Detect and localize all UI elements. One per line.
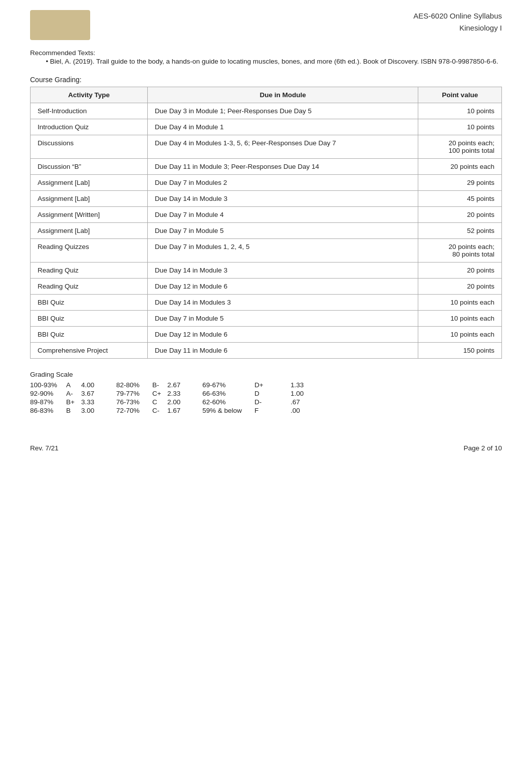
scale-pct: 76-73% [116, 398, 148, 406]
scale-pct: 69-67% [202, 381, 234, 389]
point-value-cell: 10 points [418, 119, 502, 135]
scale-grade: B- [152, 381, 163, 389]
due-module-cell: Due Day 12 in Module 6 [148, 327, 418, 343]
due-module-cell: Due Day 14 in Module 3 [148, 191, 418, 207]
due-module-cell: Due Day 7 in Module 5 [148, 311, 418, 327]
scale-grade: A- [66, 390, 77, 397]
scale-pct: 86-83% [30, 407, 62, 414]
table-row: Reading QuizDue Day 12 in Module 620 poi… [31, 279, 502, 295]
scale-row: 76-73%C2.00 [116, 398, 182, 406]
col-activity-type: Activity Type [31, 87, 148, 103]
scale-col-4: D+1.33D1.00D-.67F.00 [254, 381, 302, 414]
scale-pct: F [254, 407, 287, 414]
scale-row: 72-70%C-1.67 [116, 407, 182, 414]
grading-table: Activity Type Due in Module Point value … [30, 87, 502, 359]
activity-type-cell: Discussions [31, 135, 148, 159]
footer-rev: Rev. 7/21 [30, 444, 59, 452]
scale-row: D1.00 [254, 390, 302, 397]
scale-pct: D [254, 390, 287, 397]
recommended-texts-label: Recommended Texts: [30, 49, 502, 57]
scale-pct: 92-90% [30, 390, 62, 397]
scale-row: 62-60% [202, 398, 234, 406]
table-row: Comprehensive ProjectDue Day 11 in Modul… [31, 343, 502, 359]
point-value-cell: 20 points each; 80 points total [418, 239, 502, 263]
scale-gpa: 4.00 [81, 381, 96, 389]
point-value-cell: 20 points each [418, 159, 502, 175]
table-row: Reading QuizzesDue Day 7 in Modules 1, 2… [31, 239, 502, 263]
activity-type-cell: Reading Quiz [31, 279, 148, 295]
scale-gpa: 3.00 [81, 407, 96, 414]
due-module-cell: Due Day 3 in Module 1; Peer-Responses Du… [148, 103, 418, 119]
scale-pct: D+ [254, 381, 287, 389]
scale-pct: 72-70% [116, 407, 148, 414]
point-value-cell: 20 points [418, 279, 502, 295]
activity-type-cell: Discussion “B” [31, 159, 148, 175]
point-value-cell: 29 points [418, 175, 502, 191]
scale-grade: A [66, 381, 77, 389]
activity-type-cell: Assignment [Lab] [31, 223, 148, 239]
scale-pct: 66-63% [202, 390, 234, 397]
table-row: Introduction QuizDue Day 4 in Module 110… [31, 119, 502, 135]
scale-row: 66-63% [202, 390, 234, 397]
table-row: Self-IntroductionDue Day 3 in Module 1; … [31, 103, 502, 119]
scale-grade: B+ [66, 398, 77, 406]
activity-type-cell: Assignment [Lab] [31, 191, 148, 207]
logo [30, 10, 90, 40]
point-value-cell: 10 points [418, 103, 502, 119]
table-row: Assignment [Written]Due Day 7 in Module … [31, 207, 502, 223]
scale-row: 89-87%B+3.33 [30, 398, 96, 406]
footer-page: Page 2 of 10 [463, 444, 502, 452]
course-title-line1: AES-6020 Online Syllabus [413, 10, 502, 22]
scale-pct: 79-77% [116, 390, 148, 397]
scale-row: F.00 [254, 407, 302, 414]
activity-type-cell: Comprehensive Project [31, 343, 148, 359]
scale-gpa-val: .67 [291, 398, 302, 406]
scale-gpa: 2.67 [167, 381, 182, 389]
point-value-cell: 52 points [418, 223, 502, 239]
due-module-cell: Due Day 11 in Module 3; Peer-Responses D… [148, 159, 418, 175]
scale-row: 59% & below [202, 407, 234, 414]
scale-gpa: 1.67 [167, 407, 182, 414]
table-row: Assignment [Lab]Due Day 7 in Modules 229… [31, 175, 502, 191]
point-value-cell: 150 points [418, 343, 502, 359]
point-value-cell: 20 points [418, 263, 502, 279]
scale-gpa-val: 1.00 [291, 390, 302, 397]
scale-gpa-val: .00 [291, 407, 302, 414]
activity-type-cell: Introduction Quiz [31, 119, 148, 135]
activity-type-cell: BBI Quiz [31, 311, 148, 327]
scale-row: 100-93%A4.00 [30, 381, 96, 389]
point-value-cell: 20 points [418, 207, 502, 223]
table-row: DiscussionsDue Day 4 in Modules 1-3, 5, … [31, 135, 502, 159]
scale-grade: C+ [152, 390, 163, 397]
scale-grade: C- [152, 407, 163, 414]
scale-row: 86-83%B3.00 [30, 407, 96, 414]
activity-type-cell: Self-Introduction [31, 103, 148, 119]
scale-pct: 100-93% [30, 381, 62, 389]
recommended-texts-bullet: • Biel, A. (2019). Trail guide to the bo… [42, 57, 502, 67]
recommended-texts-section: Recommended Texts: • Biel, A. (2019). Tr… [30, 49, 502, 67]
scale-gpa: 2.33 [167, 390, 182, 397]
course-title-line2: Kinesiology I [413, 22, 502, 34]
due-module-cell: Due Day 7 in Modules 1, 2, 4, 5 [148, 239, 418, 263]
scale-pct: 62-60% [202, 398, 234, 406]
header-title: AES-6020 Online Syllabus Kinesiology I [413, 10, 502, 34]
point-value-cell: 45 points [418, 191, 502, 207]
scale-pct: 89-87% [30, 398, 62, 406]
scale-row: 69-67% [202, 381, 234, 389]
table-row: Assignment [Lab]Due Day 14 in Module 345… [31, 191, 502, 207]
scale-row: D+1.33 [254, 381, 302, 389]
scale-gpa-val: 1.33 [291, 381, 302, 389]
scale-gpa: 2.00 [167, 398, 182, 406]
activity-type-cell: Assignment [Lab] [31, 175, 148, 191]
scale-col-2: 82-80%B-2.6779-77%C+2.3376-73%C2.0072-70… [116, 381, 182, 414]
activity-type-cell: Assignment [Written] [31, 207, 148, 223]
activity-type-cell: BBI Quiz [31, 295, 148, 311]
grading-scale-title: Grading Scale [30, 371, 502, 378]
grading-scale-section: Grading Scale 100-93%A4.0092-90%A-3.6789… [30, 371, 502, 414]
point-value-cell: 10 points each [418, 311, 502, 327]
due-module-cell: Due Day 14 in Modules 3 [148, 295, 418, 311]
table-row: BBI QuizDue Day 14 in Modules 310 points… [31, 295, 502, 311]
due-module-cell: Due Day 11 in Module 6 [148, 343, 418, 359]
scale-grade: B [66, 407, 77, 414]
point-value-cell: 10 points each [418, 327, 502, 343]
